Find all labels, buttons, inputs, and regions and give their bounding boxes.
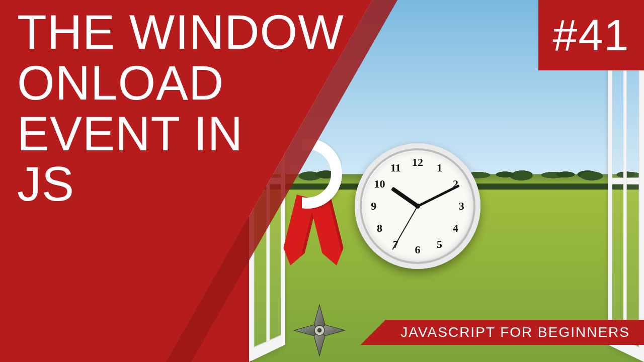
clock-center-pin xyxy=(415,204,420,209)
ninja-star-icon xyxy=(292,303,347,358)
clock-numeral: 8 xyxy=(372,222,387,235)
clock-numeral: 5 xyxy=(432,238,447,251)
clock-numeral: 1 xyxy=(432,161,447,174)
title-text: THE WINDOW ONLOAD EVENT IN JS xyxy=(17,7,344,210)
clock-numeral: 3 xyxy=(454,200,469,213)
clock-icon: 121234567891011 xyxy=(355,143,480,269)
clock-hand-minute xyxy=(417,185,460,208)
clock-numeral: 9 xyxy=(366,200,381,213)
series-label: JAVASCRIPT FOR BEGINNERS xyxy=(400,324,630,340)
episode-badge: #41 xyxy=(538,0,644,70)
series-banner: JAVASCRIPT FOR BEGINNERS xyxy=(360,320,644,345)
clock-numeral: 12 xyxy=(410,156,425,169)
clock-numeral: 4 xyxy=(448,222,463,235)
clock-hand-hour xyxy=(391,187,419,208)
svg-point-1 xyxy=(317,328,322,333)
episode-number: #41 xyxy=(553,10,630,61)
thumbnail-stage: 121234567891011 THE WINDOW ONLOAD EVENT … xyxy=(0,0,644,362)
clock-numeral: 11 xyxy=(388,161,403,174)
clock-numeral: 6 xyxy=(410,243,425,256)
clock-numeral: 10 xyxy=(372,177,387,191)
